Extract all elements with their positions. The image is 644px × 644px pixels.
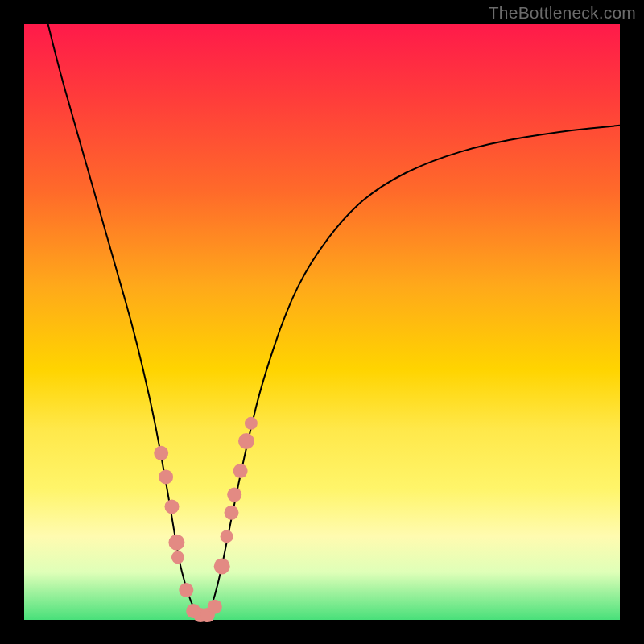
data-marker [214, 558, 230, 574]
data-marker [245, 417, 258, 430]
data-marker [154, 446, 168, 460]
data-marker [165, 499, 180, 514]
data-marker [171, 551, 184, 564]
data-marker [179, 583, 193, 597]
watermark-text: TheBottleneck.com [489, 3, 636, 23]
chart-svg [24, 24, 620, 620]
data-marker [225, 506, 239, 520]
marker-group [154, 417, 258, 622]
data-marker [221, 530, 233, 543]
data-marker [159, 469, 173, 484]
data-marker [238, 433, 254, 449]
data-marker [227, 488, 242, 502]
data-marker [233, 464, 248, 478]
data-marker [168, 535, 184, 551]
data-marker [208, 600, 222, 614]
bottleneck-curve [48, 24, 620, 618]
